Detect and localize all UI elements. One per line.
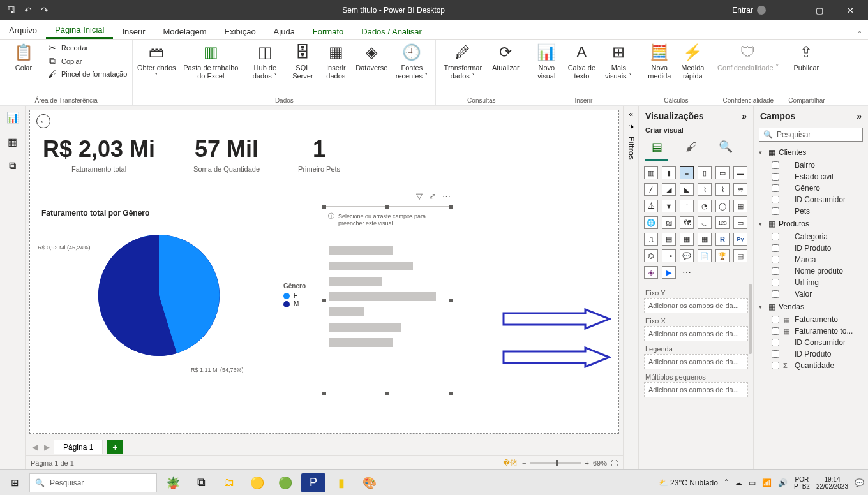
chrome-profile-icon[interactable]: 🟢	[273, 473, 297, 492]
field-checkbox[interactable]	[772, 290, 779, 298]
data-hub-button[interactable]: ◫Hub de dados ˅	[245, 42, 285, 80]
field-estado-civil[interactable]: Estado civil	[758, 171, 864, 182]
viz-clustered-column[interactable]: ▯	[698, 166, 712, 179]
viz-card[interactable]: 123	[715, 216, 730, 229]
tab-insert[interactable]: Inserir	[113, 23, 154, 39]
field-valor[interactable]: Valor	[758, 288, 864, 300]
card-quantidade[interactable]: 57 Mil Soma de Quantidade	[193, 136, 260, 173]
table-clientes[interactable]: ▾▦Clientes	[758, 145, 864, 159]
well-eixo-x[interactable]: Adicionar os campos de da...	[644, 326, 748, 341]
field-quantidade[interactable]: ΣQuantidade	[758, 360, 864, 371]
menu-file[interactable]: Arquivo	[0, 22, 46, 39]
field-nome-produto[interactable]: Nome produto	[758, 265, 864, 277]
start-button[interactable]: ⊞	[4, 473, 26, 492]
field-checkbox[interactable]	[772, 161, 779, 169]
cut-button[interactable]: ✂Recortar	[46, 42, 128, 54]
field-pets[interactable]: Pets	[758, 205, 864, 217]
card-pets[interactable]: 1 Primeiro Pets	[298, 136, 340, 173]
publish-button[interactable]: ⇪Publicar	[788, 42, 824, 72]
field-checkbox[interactable]	[772, 233, 779, 240]
fit-page-icon[interactable]: ⛶	[611, 459, 618, 467]
viz-gauge[interactable]: ◡	[698, 216, 712, 229]
field-url-img[interactable]: Url img	[758, 277, 864, 288]
weather-widget[interactable]: ⛅ 23°C Nublado	[659, 478, 718, 487]
focus-icon[interactable]: ⤢	[429, 191, 436, 201]
viz-python[interactable]: Py	[733, 233, 747, 246]
paint-icon[interactable]: 🎨	[357, 473, 382, 492]
data-view-icon[interactable]: ▦	[4, 134, 22, 149]
more-icon[interactable]: ⋯	[442, 191, 451, 201]
tab-home[interactable]: Página Inicial	[46, 21, 113, 39]
get-data-button[interactable]: 🗃Obter dados ˅	[137, 42, 176, 80]
powerbi-icon[interactable]: ▮	[329, 473, 354, 492]
dataverse-button[interactable]: ◈Dataverse	[354, 42, 389, 72]
field-checkbox[interactable]	[772, 267, 779, 275]
new-visual-button[interactable]: 📊Novo visual	[531, 42, 562, 80]
viz-goals[interactable]: 🏆	[715, 249, 730, 262]
field-faturamento[interactable]: ▦Faturamento	[758, 314, 864, 325]
minimize-button[interactable]: —	[776, 6, 802, 15]
tray-chevron-icon[interactable]: ˄	[724, 478, 728, 487]
viz-more[interactable]: ⋯	[680, 266, 694, 279]
viz-automate[interactable]: ▶	[662, 266, 676, 279]
tab-format[interactable]: Formato	[304, 23, 352, 39]
field-checkbox[interactable]	[772, 173, 779, 181]
chrome-icon[interactable]: 🟡	[245, 473, 269, 492]
viz-narrative[interactable]: 📄	[698, 249, 712, 262]
pycharm-icon[interactable]: P	[301, 473, 326, 492]
filters-pane-collapsed[interactable]: « 🕩 Filtros	[623, 106, 638, 469]
field-checkbox[interactable]	[772, 207, 779, 215]
viz-azure-map[interactable]: 🗺	[680, 216, 694, 229]
field-checkbox[interactable]	[772, 279, 779, 286]
viz-donut[interactable]: ◯	[715, 200, 730, 212]
tab-data-analyze[interactable]: Dados / Analisar	[352, 23, 431, 39]
table-vendas[interactable]: ▾▦Vendas	[758, 300, 864, 314]
taskbar-app-1[interactable]: 🪴	[161, 473, 185, 492]
collapse-ribbon-icon[interactable]: ˄	[851, 30, 868, 39]
viz-powerapps[interactable]: ◈	[644, 266, 658, 279]
field-checkbox[interactable]	[772, 244, 779, 252]
field-id-produto[interactable]: ID Produto	[758, 242, 864, 254]
zoom-control[interactable]: − + 69% ⛶	[522, 459, 618, 467]
zoom-out-icon[interactable]: −	[522, 459, 526, 467]
field-categoria[interactable]: Categoria	[758, 231, 864, 242]
field-id-consumidor[interactable]: ID Consumidor	[758, 337, 864, 348]
viz-stacked-area[interactable]: ◣	[680, 183, 694, 196]
model-view-icon[interactable]: ⧉	[4, 158, 22, 174]
viz-area[interactable]: ◢	[662, 183, 676, 196]
viz-filled-map[interactable]: ▨	[662, 216, 676, 229]
taskbar-search[interactable]: 🔍Pesquisar	[29, 473, 157, 492]
undo-icon[interactable]: ↶	[24, 5, 32, 15]
viz-funnel[interactable]: ▼	[662, 200, 676, 212]
format-visual-tab[interactable]: 🖌	[680, 138, 703, 156]
viz-line-column2[interactable]: ⌇	[715, 183, 730, 196]
page-prev[interactable]: ◀	[29, 443, 40, 452]
battery-icon[interactable]: ▭	[749, 478, 756, 487]
viz-stacked-column[interactable]: ▮	[662, 166, 676, 179]
recent-sources-button[interactable]: 🕘Fontes recentes ˅	[392, 42, 431, 80]
viz-ribbon[interactable]: ≋	[733, 183, 747, 196]
format-painter-button[interactable]: 🖌Pincel de formatação	[46, 68, 128, 80]
viz-matrix[interactable]: ▦	[698, 233, 712, 246]
volume-icon[interactable]: 🔊	[778, 478, 788, 487]
table-produtos[interactable]: ▾▦Produtos	[758, 217, 864, 231]
signin-button[interactable]: Entrar	[732, 6, 766, 15]
filter-icon[interactable]: ▽	[416, 191, 423, 201]
refresh-button[interactable]: ⟳Atualizar	[488, 42, 523, 72]
viz-slicer[interactable]: ▤	[662, 233, 676, 246]
page-next[interactable]: ▶	[41, 443, 52, 452]
card-faturamento[interactable]: R$ 2,03 Mi Faturamento total	[43, 136, 155, 173]
field-checkbox[interactable]	[772, 196, 779, 203]
field-checkbox[interactable]	[772, 339, 779, 346]
redo-icon[interactable]: ↷	[41, 5, 49, 15]
viz-stacked-bar[interactable]: ▥	[644, 166, 658, 179]
report-canvas[interactable]: ← R$ 2,03 Mi Faturamento total 57 Mil So…	[29, 110, 619, 434]
viz-multi-card[interactable]: ▭	[733, 216, 747, 229]
viz-pie[interactable]: ◔	[698, 200, 712, 212]
field-gênero[interactable]: Gênero	[758, 182, 864, 194]
paste-button[interactable]: 📋Colar	[4, 42, 43, 72]
maximize-button[interactable]: ▢	[807, 6, 832, 15]
viz-waterfall[interactable]: ⏃	[644, 200, 658, 212]
notifications-icon[interactable]: 💬	[855, 478, 864, 487]
well-eixo-y[interactable]: Adicionar os campos de da...	[644, 298, 748, 313]
